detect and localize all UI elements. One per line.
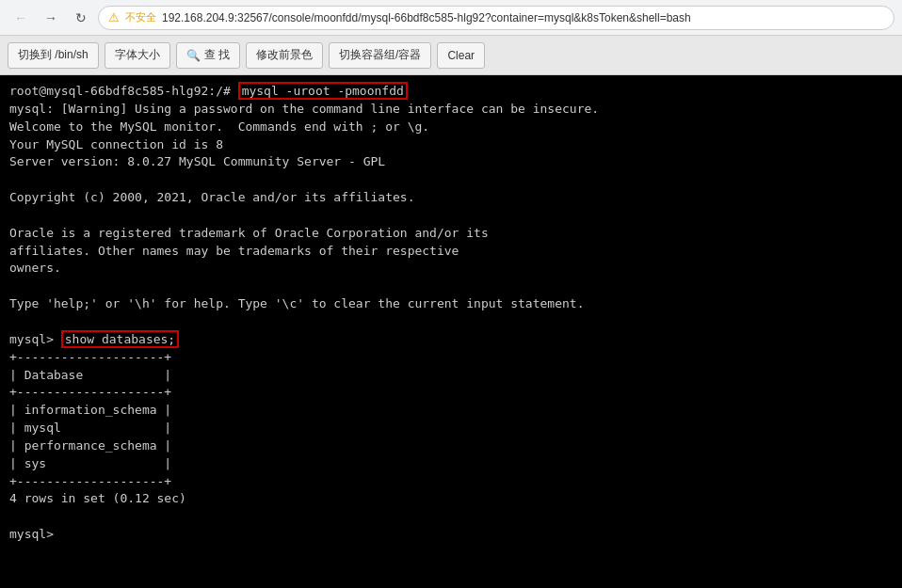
not-secure-label: 不安全 bbox=[125, 10, 156, 24]
search-icon: 🔍 bbox=[186, 49, 201, 62]
refresh-button[interactable]: ↻ bbox=[68, 5, 94, 31]
switch-container-button[interactable]: 切换容器组/容器 bbox=[329, 42, 431, 69]
font-size-button[interactable]: 字体大小 bbox=[105, 42, 170, 69]
nav-bar: ← → ↻ ⚠ 不安全 192.168.204.9:32567/console/… bbox=[0, 0, 902, 36]
switch-shell-button[interactable]: 切换到 /bin/sh bbox=[8, 42, 99, 69]
warning-icon: ⚠ bbox=[108, 10, 120, 24]
cmd-show-databases: show databases; bbox=[61, 330, 179, 348]
cmd-mysql-login: mysql -uroot -pmoonfdd bbox=[238, 82, 408, 100]
address-bar[interactable]: ⚠ 不安全 192.168.204.9:32567/console/moonfd… bbox=[98, 6, 894, 30]
terminal-content: root@mysql-66bdf8c585-hlg92:/# mysql -ur… bbox=[9, 83, 893, 544]
terminal[interactable]: root@mysql-66bdf8c585-hlg92:/# mysql -ur… bbox=[0, 75, 902, 588]
change-foreground-button[interactable]: 修改前景色 bbox=[246, 42, 323, 69]
clear-button[interactable]: Clear bbox=[437, 42, 485, 69]
back-button[interactable]: ← bbox=[8, 5, 34, 31]
forward-button[interactable]: → bbox=[38, 5, 64, 31]
url-display: 192.168.204.9:32567/console/moonfdd/mysq… bbox=[162, 11, 691, 24]
prompt-root: root@mysql-66bdf8c585-hlg92:/# bbox=[9, 84, 238, 98]
toolbar: 切换到 /bin/sh 字体大小 🔍 查 找 修改前景色 切换容器组/容器 Cl… bbox=[0, 36, 902, 75]
search-button[interactable]: 🔍 查 找 bbox=[176, 42, 240, 69]
